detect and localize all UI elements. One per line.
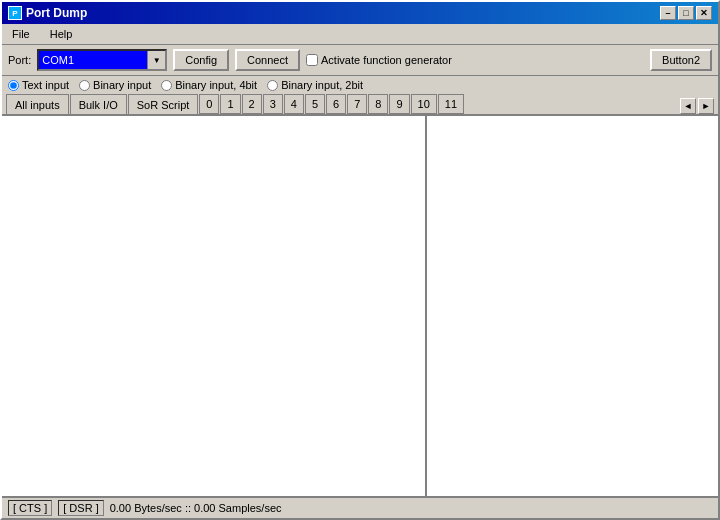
port-dropdown-arrow[interactable]: ▼ — [147, 51, 165, 69]
menu-help[interactable]: Help — [44, 26, 79, 42]
function-gen-checkbox[interactable] — [306, 54, 318, 66]
button2[interactable]: Button2 — [650, 49, 712, 71]
title-bar-left: P Port Dump — [8, 6, 87, 20]
main-window: P Port Dump – □ ✕ File Help Port: ▼ Conf… — [0, 0, 720, 520]
radio-binary-2bit: Binary input, 2bit — [267, 79, 363, 91]
radio-binary-input-control[interactable] — [79, 80, 90, 91]
radio-binary-2bit-label: Binary input, 2bit — [281, 79, 363, 91]
tab-9[interactable]: 9 — [389, 94, 409, 114]
radio-text-input: Text input — [8, 79, 69, 91]
tabs-scroll: ◄ ► — [680, 98, 714, 114]
dsr-badge: [ DSR ] — [58, 500, 103, 516]
close-button[interactable]: ✕ — [696, 6, 712, 20]
radio-text-input-label: Text input — [22, 79, 69, 91]
left-panel — [2, 116, 427, 496]
function-gen-checkbox-area: Activate function generator — [306, 54, 452, 66]
tab-0[interactable]: 0 — [199, 94, 219, 114]
window-title: Port Dump — [26, 6, 87, 20]
tab-bulk-io[interactable]: Bulk I/O — [70, 94, 127, 114]
app-icon: P — [8, 6, 22, 20]
menu-bar: File Help — [2, 24, 718, 45]
radio-binary-4bit-control[interactable] — [161, 80, 172, 91]
tab-scroll-right[interactable]: ► — [698, 98, 714, 114]
minimize-button[interactable]: – — [660, 6, 676, 20]
toolbar: Port: ▼ Config Connect Activate function… — [2, 45, 718, 76]
tab-1[interactable]: 1 — [220, 94, 240, 114]
port-label: Port: — [8, 54, 31, 66]
tabs-area: All inputs Bulk I/O SoR Script 0 1 2 3 4… — [2, 94, 718, 116]
radio-binary-input-label: Binary input — [93, 79, 151, 91]
tab-4[interactable]: 4 — [284, 94, 304, 114]
cts-badge: [ CTS ] — [8, 500, 52, 516]
config-button[interactable]: Config — [173, 49, 229, 71]
connect-button[interactable]: Connect — [235, 49, 300, 71]
maximize-button[interactable]: □ — [678, 6, 694, 20]
tab-11[interactable]: 11 — [438, 94, 464, 114]
tab-5[interactable]: 5 — [305, 94, 325, 114]
function-gen-label: Activate function generator — [321, 54, 452, 66]
port-input[interactable] — [39, 51, 147, 69]
radio-binary-input: Binary input — [79, 79, 151, 91]
main-content — [2, 116, 718, 496]
tab-10[interactable]: 10 — [411, 94, 437, 114]
status-bar: [ CTS ] [ DSR ] 0.00 Bytes/sec :: 0.00 S… — [2, 496, 718, 518]
tab-3[interactable]: 3 — [263, 94, 283, 114]
port-dropdown[interactable]: ▼ — [37, 49, 167, 71]
menu-file[interactable]: File — [6, 26, 36, 42]
radio-bar: Text input Binary input Binary input, 4b… — [2, 76, 718, 94]
stats-text: 0.00 Bytes/sec :: 0.00 Samples/sec — [110, 502, 282, 514]
radio-text-input-control[interactable] — [8, 80, 19, 91]
title-bar: P Port Dump – □ ✕ — [2, 2, 718, 24]
radio-binary-2bit-control[interactable] — [267, 80, 278, 91]
radio-binary-4bit-label: Binary input, 4bit — [175, 79, 257, 91]
right-panel — [427, 116, 718, 496]
tab-2[interactable]: 2 — [242, 94, 262, 114]
radio-binary-4bit: Binary input, 4bit — [161, 79, 257, 91]
tab-8[interactable]: 8 — [368, 94, 388, 114]
tab-all-inputs[interactable]: All inputs — [6, 94, 69, 114]
tab-sor-script[interactable]: SoR Script — [128, 94, 199, 114]
tab-6[interactable]: 6 — [326, 94, 346, 114]
tab-scroll-left[interactable]: ◄ — [680, 98, 696, 114]
title-buttons: – □ ✕ — [660, 6, 712, 20]
tab-7[interactable]: 7 — [347, 94, 367, 114]
